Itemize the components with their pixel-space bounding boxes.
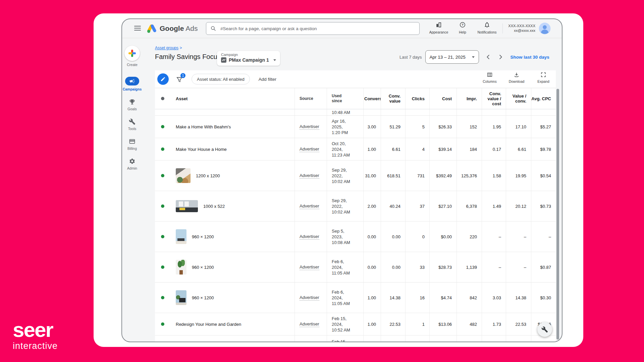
enabled-status-dot[interactable] [161, 265, 164, 269]
column-header-used-since[interactable]: Used since [327, 88, 363, 109]
conversions-cell: 1.00 [363, 313, 381, 335]
enabled-status-dot[interactable] [161, 322, 164, 326]
used-since-cell: Sep 29, 2022, 10:02 AM [327, 191, 363, 221]
sidebar-item-admin[interactable]: Admin [127, 150, 137, 170]
column-header-source[interactable]: Source [294, 88, 327, 109]
seer-logo-tagline: interactive [13, 342, 58, 351]
show-last-30-days-link[interactable]: Show last 30 days [511, 55, 549, 60]
app-header: GoogleAds Appearance ? [122, 19, 562, 38]
appearance-icon [435, 21, 442, 28]
asset-name: Make a Home With Beahm's [176, 124, 231, 129]
cost-cell: $0.00 [429, 222, 457, 252]
column-header-cost[interactable]: Cost [429, 88, 457, 109]
clicks-cell: 1 [405, 313, 429, 335]
sidebar-item-tools[interactable]: Tools [128, 111, 137, 131]
create-plus-icon [124, 46, 140, 61]
impressions-cell: 1,139 [457, 252, 482, 282]
table-row: Make Your House a Home Advertiser Oct 20… [155, 138, 556, 160]
conv-value-per-cost-cell: 3.03 [482, 283, 506, 313]
source-cell: Advertiser [294, 313, 327, 335]
enabled-status-dot[interactable] [161, 125, 164, 128]
used-since-cell: Apr 16, 2025, 1:20 PM [327, 116, 363, 138]
column-header-impressions[interactable]: Impr. [457, 88, 482, 109]
sidebar-item-campaigns[interactable]: Campaigns [123, 67, 142, 91]
conversions-cell: 1.00 [363, 283, 381, 313]
breadcrumb-separator: > [179, 46, 182, 50]
asset-status-filter-chip[interactable]: Asset status: All enabled [192, 74, 250, 84]
columns-icon [487, 72, 493, 78]
add-filter-button[interactable]: Add filter [259, 77, 276, 82]
enabled-status-dot[interactable] [161, 296, 164, 299]
table-row-partial-top: 10:48 AM [155, 109, 556, 115]
column-header-conversions[interactable]: Conversions [363, 88, 381, 109]
cost-cell: $13.06 [429, 313, 457, 335]
column-header-asset[interactable]: Asset [170, 96, 294, 101]
appearance-button[interactable]: Appearance [425, 21, 452, 34]
svg-text:?: ? [462, 23, 464, 26]
conv-value-cell: 40.24 [381, 191, 405, 221]
account-info[interactable]: XXX-XXX-XXXX xx@xxxx.xxx [504, 23, 535, 33]
lounge-photo-thumbnail[interactable] [176, 229, 186, 244]
search-bar[interactable] [206, 22, 420, 35]
clicks-cell: 16 [405, 283, 429, 313]
campaign-selector[interactable]: Campaign PMax Campaign 1 [217, 51, 280, 66]
enabled-status-dot[interactable] [161, 174, 164, 177]
asset-name: Redesign Your Home and Garden [176, 322, 241, 327]
table-header-row: Asset Source Used since Conversions Conv… [155, 88, 556, 109]
vertical-scrollbar[interactable] [556, 89, 559, 340]
tv-stand-photo-thumbnail[interactable] [176, 290, 186, 305]
conv-value-cell: 14.38 [381, 283, 405, 313]
bedroom-photo-thumbnail[interactable] [176, 200, 198, 212]
value-per-conv-cell: 14.38 [506, 283, 531, 313]
conv-value-cell: 0.00 [381, 222, 405, 252]
help-icon: ? [459, 21, 466, 28]
edit-button[interactable] [157, 73, 169, 85]
notifications-button[interactable]: Notifications [474, 21, 500, 34]
column-header-conv-value[interactable]: Conv. value [381, 88, 405, 109]
wrench-icon [541, 326, 548, 333]
impressions-cell: 482 [457, 313, 482, 335]
columns-button[interactable]: Columns [480, 72, 499, 83]
plant-photo-thumbnail[interactable] [176, 260, 186, 275]
campaign-selector-value: PMax Campaign 1 [229, 57, 269, 63]
column-header-conv-value-per-cost[interactable]: Conv. value / cost [482, 88, 506, 109]
filter-button[interactable]: 1 [175, 74, 184, 84]
column-header-value-per-conv[interactable]: Value / conv. [506, 88, 531, 109]
gear-icon [129, 158, 136, 165]
conversions-cell: 1.00 [363, 138, 381, 160]
used-since-cell: Oct 20, 2024, 11:23 AM [327, 138, 363, 160]
expand-button[interactable]: Expand [534, 72, 553, 83]
asset-name: 960 × 1200 [192, 265, 214, 270]
cost-cell: $4.74 [429, 283, 457, 313]
sidebar-item-create[interactable]: Create [124, 38, 140, 67]
sidebar-item-billing[interactable]: Billing [127, 131, 137, 150]
asset-name: 960 × 1200 [192, 234, 214, 239]
avg-cpc-cell: $0.30 [531, 283, 556, 313]
sidebar-item-goals[interactable]: Goals [127, 91, 137, 111]
next-period-button[interactable] [496, 52, 505, 62]
conv-value-per-cost-cell: – [482, 252, 506, 282]
google-ads-logo-icon[interactable] [147, 24, 157, 33]
column-header-avg-cpc[interactable]: Avg. CPC [531, 88, 556, 109]
enabled-status-dot[interactable] [161, 147, 164, 151]
search-input[interactable] [220, 26, 415, 32]
menu-icon[interactable] [134, 26, 141, 31]
help-button[interactable]: ? Help [452, 21, 473, 34]
tools-fab[interactable] [537, 322, 552, 337]
breadcrumb[interactable]: Asset groups > [155, 46, 182, 50]
filter-count-badge: 1 [180, 73, 185, 78]
armchair-photo-thumbnail[interactable] [176, 168, 191, 183]
table-row: 1200 x 1200 Advertiser Sep 29, 2022, 10:… [155, 160, 556, 191]
enabled-status-dot[interactable] [161, 235, 164, 238]
download-button[interactable]: Download [507, 72, 526, 83]
account-id: XXX-XXX-XXXX [504, 23, 535, 28]
enabled-status-dot[interactable] [161, 204, 164, 208]
search-icon [210, 25, 216, 32]
previous-period-button[interactable] [484, 52, 493, 62]
google-ads-logo-text[interactable]: GoogleAds [160, 24, 198, 33]
column-header-clicks[interactable]: Clicks [405, 88, 429, 109]
source-cell: Advertiser [294, 191, 327, 221]
date-range-dropdown[interactable]: Apr 13 – 21, 2025 [425, 50, 479, 64]
avatar[interactable] [538, 22, 551, 35]
google-ads-window: GoogleAds Appearance ? [121, 18, 562, 342]
